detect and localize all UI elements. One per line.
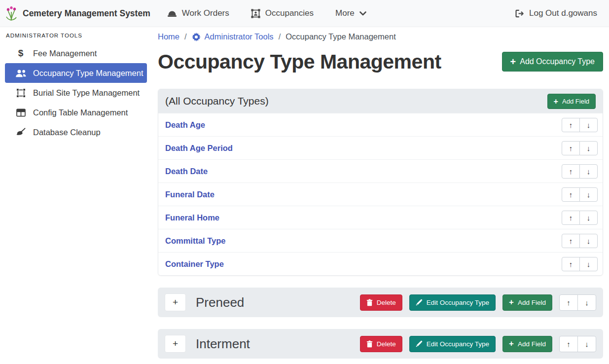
- delete-button[interactable]: Delete: [360, 336, 402, 352]
- move-down-button[interactable]: ↓: [579, 187, 598, 202]
- users-icon: [15, 69, 27, 77]
- trash-icon: [366, 299, 373, 306]
- move-down-button[interactable]: ↓: [579, 141, 598, 155]
- plus-icon: +: [510, 57, 516, 67]
- breadcrumb-home-link[interactable]: Home: [158, 32, 179, 41]
- move-down-button[interactable]: ↓: [579, 257, 598, 271]
- reorder-controls: ↑ ↓: [562, 141, 598, 155]
- add-field-button[interactable]: + Add Field: [547, 94, 596, 109]
- field-row: Committal Type ↑ ↓: [158, 229, 603, 252]
- main-nav: Work Orders Occupancies More: [167, 8, 366, 18]
- sidebar-item-occupancy-type-management[interactable]: Occupancy Type Management: [5, 63, 147, 83]
- delete-label: Delete: [377, 299, 396, 306]
- edit-occupancy-type-button[interactable]: Edit Occupancy Type: [409, 336, 496, 352]
- nav-work-orders[interactable]: Work Orders: [167, 8, 229, 18]
- person-frame-icon: [251, 9, 260, 18]
- move-down-button[interactable]: ↓: [579, 211, 598, 225]
- field-link-death-age[interactable]: Death Age: [165, 120, 205, 130]
- sidebar-item-label: Fee Management: [33, 49, 97, 58]
- edit-occupancy-type-button[interactable]: Edit Occupancy Type: [409, 294, 496, 311]
- delete-label: Delete: [377, 340, 396, 348]
- top-navbar: Cemetery Management System Work Orders: [0, 0, 609, 27]
- table-icon: [15, 109, 27, 117]
- vector-square-icon: [15, 88, 27, 98]
- plus-icon: +: [509, 298, 514, 307]
- breadcrumb-admin-tools-label: Administrator Tools: [205, 32, 274, 41]
- breadcrumb: Home / Administrator Tools / Occupancy T…: [158, 32, 603, 41]
- app-brand[interactable]: Cemetery Management System: [5, 6, 150, 21]
- field-row: Death Age Period ↑ ↓: [158, 136, 603, 159]
- sidebar-item-burial-site-type-management[interactable]: Burial Site Type Management: [0, 83, 153, 103]
- all-types-card-header: (All Occupancy Types) + Add Field: [158, 89, 603, 113]
- all-types-card-title: (All Occupancy Types): [165, 95, 269, 107]
- add-field-label: Add Field: [562, 98, 589, 105]
- sidebar-item-database-cleanup[interactable]: Database Cleanup: [0, 122, 153, 142]
- move-up-button[interactable]: ↑: [559, 336, 578, 352]
- delete-button[interactable]: Delete: [360, 294, 402, 311]
- reorder-controls: ↑ ↓: [562, 257, 598, 271]
- field-link-death-age-period[interactable]: Death Age Period: [165, 144, 233, 153]
- field-row: Death Age ↑ ↓: [158, 113, 603, 136]
- move-up-button[interactable]: ↑: [562, 211, 580, 225]
- add-field-button[interactable]: + Add Field: [502, 294, 552, 311]
- pencil-icon: [416, 299, 423, 306]
- move-up-button[interactable]: ↑: [562, 257, 580, 271]
- all-occupancy-types-card: (All Occupancy Types) + Add Field Death …: [158, 89, 603, 276]
- field-row: Death Date ↑ ↓: [158, 159, 603, 182]
- field-link-committal-type[interactable]: Committal Type: [165, 236, 226, 246]
- move-down-button[interactable]: ↓: [577, 336, 596, 352]
- section-actions: Delete Edit Occupancy Type + Add Field ↑: [360, 294, 596, 311]
- move-up-button[interactable]: ↑: [562, 164, 580, 179]
- move-up-button[interactable]: ↑: [562, 141, 580, 155]
- move-down-button[interactable]: ↓: [579, 164, 598, 179]
- reorder-controls: ↑ ↓: [562, 234, 598, 248]
- add-field-button[interactable]: + Add Field: [502, 336, 552, 352]
- breadcrumb-admin-tools-link[interactable]: Administrator Tools: [192, 32, 274, 41]
- page-title: Occupancy Type Management: [158, 48, 441, 75]
- nav-label: Occupancies: [265, 8, 314, 18]
- move-down-button[interactable]: ↓: [577, 294, 596, 311]
- move-up-button[interactable]: ↑: [562, 234, 580, 248]
- sidebar-header: ADMINISTRATOR TOOLS: [6, 33, 147, 38]
- main-content: Home / Administrator Tools / Occupancy T…: [158, 27, 603, 359]
- nav-more[interactable]: More: [335, 8, 366, 18]
- section-actions: Delete Edit Occupancy Type + Add Field ↑: [360, 336, 596, 352]
- move-up-button[interactable]: ↑: [562, 118, 580, 132]
- expand-button[interactable]: +: [165, 293, 186, 311]
- move-up-button[interactable]: ↑: [562, 187, 580, 202]
- reorder-controls: ↑ ↓: [559, 336, 596, 352]
- field-link-container-type[interactable]: Container Type: [165, 259, 224, 269]
- chevron-down-icon: [359, 11, 366, 16]
- page-header: Occupancy Type Management + Add Occupanc…: [158, 48, 603, 75]
- sidebar-item-label: Database Cleanup: [33, 128, 101, 137]
- sidebar-item-fee-management[interactable]: $ Fee Management: [0, 43, 153, 63]
- add-occupancy-type-button[interactable]: + Add Occupancy Type: [502, 52, 603, 72]
- add-field-label: Add Field: [518, 299, 546, 306]
- plus-icon: +: [554, 97, 559, 105]
- logout-link[interactable]: Log Out d.gowans: [515, 8, 597, 18]
- section-title: Preneed: [196, 295, 244, 310]
- plus-icon: +: [509, 340, 514, 348]
- reorder-controls: ↑ ↓: [562, 118, 598, 132]
- logout-label: Log Out d.gowans: [529, 8, 597, 18]
- nav-label: Work Orders: [182, 8, 229, 18]
- occupancy-type-section-interment: + Interment Delete: [158, 329, 603, 359]
- expand-button[interactable]: +: [165, 335, 186, 353]
- breadcrumb-current: Occupancy Type Management: [286, 32, 396, 41]
- field-row: Container Type ↑ ↓: [158, 252, 603, 275]
- hard-hat-icon: [167, 9, 177, 18]
- logout-icon: [515, 9, 524, 18]
- move-down-button[interactable]: ↓: [579, 118, 598, 132]
- gear-icon: [192, 33, 201, 41]
- field-link-death-date[interactable]: Death Date: [165, 167, 208, 176]
- add-occupancy-type-label: Add Occupancy Type: [520, 57, 595, 66]
- sidebar-item-label: Occupancy Type Management: [33, 69, 143, 78]
- field-link-funeral-home[interactable]: Funeral Home: [165, 213, 219, 222]
- reorder-controls: ↑ ↓: [562, 187, 598, 202]
- nav-occupancies[interactable]: Occupancies: [251, 8, 314, 18]
- breadcrumb-separator: /: [279, 32, 281, 41]
- move-down-button[interactable]: ↓: [579, 234, 598, 248]
- move-up-button[interactable]: ↑: [559, 294, 578, 311]
- field-link-funeral-date[interactable]: Funeral Date: [165, 190, 215, 199]
- sidebar-item-config-table-management[interactable]: Config Table Management: [0, 103, 153, 122]
